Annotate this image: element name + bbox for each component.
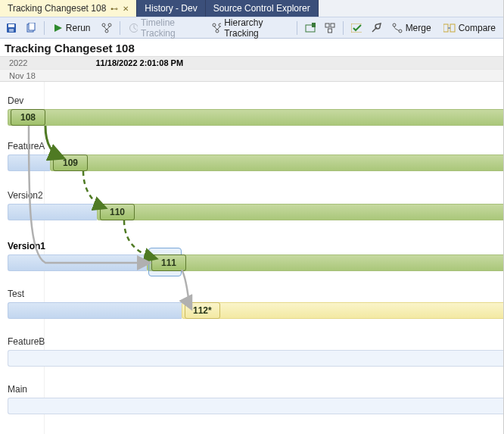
toggle-view-icon[interactable] bbox=[302, 20, 319, 36]
close-icon[interactable]: ✕ bbox=[123, 5, 129, 13]
hierarchy-tracking-button[interactable]: Hierarchy Tracking bbox=[207, 20, 292, 36]
save-icon[interactable] bbox=[3, 20, 20, 36]
year-label: 2022 bbox=[0, 58, 27, 67]
branch-label-version1[interactable]: Version1 bbox=[8, 241, 45, 251]
timestamp-label: 11/18/2022 2:01:08 PM bbox=[27, 58, 183, 67]
svg-point-6 bbox=[102, 23, 105, 27]
compare-label: Compare bbox=[459, 23, 496, 33]
svg-point-12 bbox=[216, 30, 219, 33]
toolbar-separator bbox=[343, 21, 344, 35]
branch-lane-version1[interactable] bbox=[147, 254, 503, 271]
copy-icon[interactable] bbox=[23, 20, 39, 36]
svg-point-20 bbox=[399, 30, 402, 33]
compare-button[interactable]: Compare bbox=[439, 20, 500, 36]
tab-tracking-changeset[interactable]: Tracking Changeset 108 ⊷ ✕ bbox=[0, 0, 137, 17]
tab-source-control-explorer[interactable]: Source Control Explorer bbox=[206, 0, 319, 17]
branch-lane-version2-pre[interactable] bbox=[8, 204, 97, 220]
changeset-108[interactable]: 108 bbox=[11, 109, 45, 126]
svg-point-10 bbox=[213, 23, 216, 27]
time-header: 2022 11/18/2022 2:01:08 PM Nov 18 bbox=[0, 57, 503, 82]
svg-point-19 bbox=[393, 23, 396, 27]
branch-lane-version1-pre[interactable] bbox=[8, 254, 147, 271]
tab-label: Tracking Changeset 108 bbox=[8, 3, 106, 14]
tab-label: History - Dev bbox=[145, 3, 197, 14]
day-label: Nov 18 bbox=[9, 71, 36, 80]
pin-icon[interactable]: ⊷ bbox=[110, 5, 118, 13]
timeline-tracking-label: Timeline Tracking bbox=[141, 17, 200, 39]
check-icon[interactable] bbox=[348, 20, 365, 36]
svg-rect-17 bbox=[328, 29, 331, 33]
tracking-graph[interactable]: Dev 108 FeatureA 109 Version2 110 Versio… bbox=[0, 82, 503, 434]
merge-button[interactable]: Merge bbox=[387, 20, 436, 36]
branch-lane-main[interactable] bbox=[8, 398, 503, 414]
svg-point-7 bbox=[108, 23, 111, 27]
toolbar: Rerun Timeline Tracking Hierarchy Tracki… bbox=[0, 17, 503, 39]
rerun-button[interactable]: Rerun bbox=[49, 20, 95, 36]
branch-lane-featurea-pre[interactable] bbox=[8, 155, 50, 171]
layout-icon[interactable] bbox=[322, 20, 338, 36]
toolbar-separator bbox=[44, 21, 45, 35]
branch-lane-test[interactable] bbox=[182, 302, 503, 319]
changeset-112[interactable]: 112* bbox=[185, 302, 220, 319]
branch-label-featurea[interactable]: FeatureA bbox=[8, 141, 45, 151]
svg-rect-15 bbox=[325, 23, 329, 27]
page-title: Tracking Changeset 108 bbox=[0, 39, 503, 57]
svg-rect-16 bbox=[331, 23, 334, 27]
svg-rect-1 bbox=[8, 24, 14, 27]
svg-rect-4 bbox=[29, 23, 35, 30]
timeline-tracking-button[interactable]: Timeline Tracking bbox=[124, 20, 204, 36]
branch-lane-test-pre[interactable] bbox=[8, 302, 182, 319]
svg-rect-2 bbox=[9, 29, 14, 32]
hierarchy-tracking-label: Hierarchy Tracking bbox=[224, 17, 288, 39]
rerun-label: Rerun bbox=[66, 23, 91, 33]
changeset-109[interactable]: 109 bbox=[53, 155, 88, 171]
branch-filter-icon[interactable] bbox=[98, 20, 115, 36]
toolbar-separator bbox=[120, 21, 120, 35]
toolbar-separator bbox=[297, 21, 297, 35]
branch-label-dev[interactable]: Dev bbox=[8, 95, 23, 106]
branch-label-main[interactable]: Main bbox=[8, 384, 27, 395]
svg-point-8 bbox=[105, 30, 108, 33]
changeset-111[interactable]: 111 bbox=[151, 254, 186, 271]
tab-label: Source Control Explorer bbox=[213, 3, 310, 14]
tab-history-dev[interactable]: History - Dev bbox=[137, 0, 205, 17]
branch-label-featureb[interactable]: FeatureB bbox=[8, 336, 45, 347]
branch-lane-dev[interactable] bbox=[8, 109, 503, 126]
merge-label: Merge bbox=[406, 23, 431, 33]
svg-rect-22 bbox=[450, 24, 455, 32]
branch-lane-version2[interactable] bbox=[97, 204, 503, 220]
branch-label-test[interactable]: Test bbox=[8, 289, 24, 299]
branch-label-version2[interactable]: Version2 bbox=[8, 190, 43, 201]
wrench-icon[interactable] bbox=[368, 20, 384, 36]
svg-marker-5 bbox=[54, 24, 62, 32]
svg-rect-21 bbox=[443, 24, 448, 32]
branch-lane-featureb[interactable] bbox=[8, 350, 503, 367]
svg-point-11 bbox=[219, 23, 221, 27]
branch-lane-featurea[interactable] bbox=[50, 155, 503, 171]
changeset-110[interactable]: 110 bbox=[100, 204, 135, 220]
svg-rect-14 bbox=[312, 23, 316, 27]
tab-strip: Tracking Changeset 108 ⊷ ✕ History - Dev… bbox=[0, 0, 503, 17]
